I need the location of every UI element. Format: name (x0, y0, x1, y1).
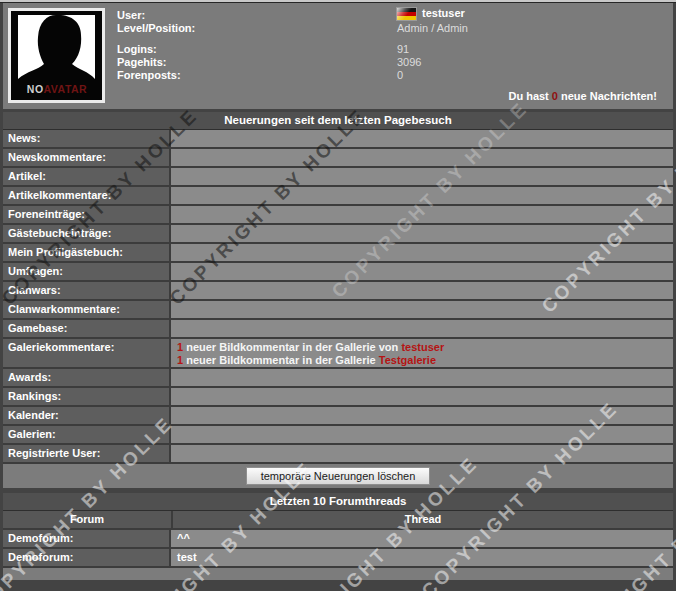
row-label: Mein Profilgästebuch: (3, 244, 171, 261)
table-row: Clanwars: (3, 282, 673, 301)
thread-link[interactable]: ^^ (171, 530, 673, 547)
table-row-gallery-comments: Galeriekommentare: 1 neuer Bildkommentar… (3, 339, 673, 369)
level-label: Level/Position: (117, 22, 195, 35)
user-stats-panel: NOAVATAR User: Level/Position: Logins: P… (3, 3, 673, 109)
row-label: Umfragen: (3, 263, 171, 280)
table-row: Umfragen: (3, 263, 673, 282)
no-avatar-image: NOAVATAR (11, 11, 102, 100)
empty-footer-row (3, 568, 673, 580)
row-label: Newskommentare: (3, 149, 171, 166)
table-row: Artikelkommentare: (3, 187, 673, 206)
forum-link[interactable]: Demoforum: (3, 549, 171, 566)
gallery-count: 1 (177, 354, 183, 366)
logins-label: Logins: (117, 43, 157, 56)
gallery-text: neuer Bildkommentar in der Gallerie von (186, 341, 398, 353)
table-row: Gamebase: (3, 320, 673, 339)
table-row: Registrierte User: (3, 445, 673, 464)
row-value: 1 neuer Bildkommentar in der Gallerie vo… (171, 339, 673, 367)
row-value (171, 168, 673, 185)
user-panel-page: NOAVATAR User: Level/Position: Logins: P… (0, 0, 676, 591)
forum-column-header: Forum (3, 511, 173, 528)
row-label: Artikel: (3, 168, 171, 185)
row-value (171, 369, 673, 386)
news-table: News: Newskommentare: Artikel: Artikelko… (3, 130, 673, 464)
threads-table: Forum Thread Demoforum: ^^ Demoforum: te… (3, 511, 673, 568)
pagehits-value: 3096 (397, 56, 421, 69)
avatar: NOAVATAR (8, 8, 105, 103)
table-row: Demoforum: ^^ (3, 530, 673, 549)
row-value (171, 206, 673, 223)
table-row: Kalender: (3, 407, 673, 426)
row-value (171, 407, 673, 424)
news-table-title: Neuerungen seit dem letzten Pagebesuch (3, 112, 673, 130)
row-value (171, 263, 673, 280)
row-label: Galeriekommentare: (3, 339, 171, 367)
row-label: Galerien: (3, 426, 171, 443)
threads-table-title: Letzten 10 Forumthreads (3, 493, 673, 511)
no-avatar-label-no: NO (27, 83, 44, 95)
row-label: Kalender: (3, 407, 171, 424)
row-value (171, 426, 673, 443)
notice-suffix: neue Nachrichten! (561, 90, 657, 102)
gallery-user-link[interactable]: testuser (401, 341, 444, 353)
table-row: Foreneinträge: (3, 206, 673, 225)
clear-news-button[interactable]: temporäre Neuerungen löschen (246, 467, 431, 485)
thread-link[interactable]: test (171, 549, 673, 566)
row-label: Clanwarkommentare: (3, 301, 171, 318)
messages-notice-link[interactable]: Du hast 0 neue Nachrichten! (508, 90, 657, 102)
logins-value: 91 (397, 43, 409, 56)
forenposts-label: Forenposts: (117, 69, 181, 82)
gallery-link[interactable]: Testgalerie (379, 354, 436, 366)
row-value (171, 149, 673, 166)
row-value (171, 130, 673, 147)
table-row: Demoforum: test (3, 549, 673, 568)
row-label: Clanwars: (3, 282, 171, 299)
table-row: Artikel: (3, 168, 673, 187)
row-label: Foreneinträge: (3, 206, 171, 223)
row-label: Rankings: (3, 388, 171, 405)
user-label: User: (117, 9, 145, 22)
gallery-count: 1 (177, 341, 183, 353)
forenposts-value: 0 (397, 69, 403, 82)
row-label: Registrierte User: (3, 445, 171, 462)
row-value (171, 187, 673, 204)
row-label: Gästebucheinträge: (3, 225, 171, 242)
row-value (171, 445, 673, 462)
table-row: Gästebucheinträge: (3, 225, 673, 244)
forum-link[interactable]: Demoforum: (3, 530, 171, 547)
notice-prefix: Du hast (508, 90, 548, 102)
table-row: Mein Profilgästebuch: (3, 244, 673, 263)
row-value (171, 282, 673, 299)
notice-count: 0 (552, 90, 558, 102)
threads-header-row: Forum Thread (3, 511, 673, 530)
row-label: Gamebase: (3, 320, 171, 337)
row-label: Artikelkommentare: (3, 187, 171, 204)
svg-text:NOAVATAR: NOAVATAR (27, 83, 87, 95)
pagehits-label: Pagehits: (117, 56, 167, 69)
row-label: News: (3, 130, 171, 147)
gallery-comment-entry: 1 neuer Bildkommentar in der Gallerie vo… (171, 339, 673, 354)
thread-column-header: Thread (173, 511, 673, 528)
row-value (171, 225, 673, 242)
row-value (171, 244, 673, 261)
row-value (171, 301, 673, 318)
row-value (171, 388, 673, 405)
table-row: Galerien: (3, 426, 673, 445)
row-value (171, 320, 673, 337)
table-row: Clanwarkommentare: (3, 301, 673, 320)
level-value: Admin / Admin (397, 22, 468, 35)
gallery-text: neuer Bildkommentar in der Gallerie (186, 354, 376, 366)
no-avatar-label-avatar: AVATAR (44, 83, 88, 95)
row-label: Awards: (3, 369, 171, 386)
gallery-comment-entry: 1 neuer Bildkommentar in der Gallerie Te… (171, 354, 673, 367)
top-divider (0, 0, 676, 3)
username: testuser (422, 7, 465, 20)
german-flag-icon (397, 8, 416, 20)
table-row: News: (3, 130, 673, 149)
table-row: Awards: (3, 369, 673, 388)
user-value-line: testuser (397, 7, 465, 20)
table-row: Newskommentare: (3, 149, 673, 168)
button-band: temporäre Neuerungen löschen (3, 464, 673, 488)
page-content: NOAVATAR User: Level/Position: Logins: P… (3, 0, 673, 580)
table-row: Rankings: (3, 388, 673, 407)
